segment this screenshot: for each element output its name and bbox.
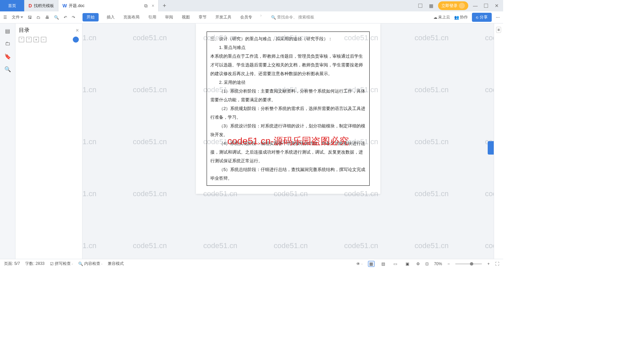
close-button[interactable]: ✕ [493, 2, 500, 9]
watermark: code51.cn [133, 137, 167, 146]
status-compat: 兼容模式 [108, 261, 124, 267]
rail-bookmark-icon[interactable]: 🔖 [4, 53, 11, 60]
outline-close-icon[interactable]: × [76, 27, 79, 34]
watermark: code51.cn [415, 189, 449, 198]
watermark: code51.cn [415, 86, 449, 94]
document-canvas[interactable]: 三、设计（研究）的重点与难点，拟采用的途径（研究手段）： 1. 重点与难点 本系… [83, 23, 494, 259]
tab-document[interactable]: W 开题.doc ⧉ × [58, 0, 159, 11]
viewmode-page[interactable]: ▦ [368, 261, 375, 267]
menu-review[interactable]: 审阅 [164, 13, 174, 21]
status-contentcheck[interactable]: 🔍 内容检查 · [78, 261, 102, 267]
zoom-value[interactable]: 70% [434, 262, 442, 266]
share-button[interactable]: ⎋ 分享 [472, 13, 492, 22]
tab-home[interactable]: 首页 [0, 0, 24, 11]
menu-dev[interactable]: 开发工具 [215, 13, 232, 21]
status-page[interactable]: 页面: 5/7 [4, 261, 20, 267]
word-icon: W [62, 3, 67, 8]
layout-icon[interactable] [417, 2, 424, 9]
toolbar-more-icon[interactable]: ⋯ [496, 15, 500, 20]
rail-outline-icon[interactable]: ▤ [4, 27, 11, 34]
outline-chat-icon[interactable] [73, 37, 79, 43]
watermark: code51.cn [203, 241, 237, 250]
watermark: code51.cn [415, 241, 449, 250]
save-icon[interactable]: 🖫 [28, 15, 32, 20]
watermark: code51.cn [133, 34, 167, 42]
doc-p7: （4）系统实现阶段：编程实现各个功能模块的功能，对各个功能模块进行连接，测试和调… [210, 139, 366, 165]
login-label: 立即登录 [441, 3, 458, 9]
avatar-icon [459, 3, 465, 9]
viewmode-outline[interactable]: ▤ [380, 261, 387, 267]
watermark: code51.cn [485, 241, 494, 250]
menu-member[interactable]: 会员专 [239, 13, 253, 21]
maximize-button[interactable] [482, 2, 490, 9]
watermark: code51.cn [274, 241, 308, 250]
side-handle[interactable] [488, 141, 494, 155]
cloud-status[interactable]: ☁ 未上云 [433, 14, 450, 20]
zoom-in-icon[interactable]: + [487, 262, 490, 266]
menu-reference[interactable]: 引用 [148, 13, 157, 21]
preview-icon[interactable]: 🔍 [54, 15, 59, 20]
status-spellcheck[interactable]: ☑ 拼写检查 · [50, 261, 73, 267]
status-words[interactable]: 字数: 2833 [25, 261, 44, 267]
watermark: code51.cn [83, 34, 97, 42]
doc-p2: 本系统的重点在于工作流，即教师上传题目，管理员负责审核，审核通过后学生才可以选题… [210, 52, 366, 78]
tab-close-icon[interactable]: × [152, 3, 154, 8]
menu-view[interactable]: 视图 [181, 13, 191, 21]
menu-insert[interactable]: 插入 [106, 13, 115, 21]
redo-icon[interactable]: ↷ [72, 15, 75, 20]
status-eye-icon[interactable]: 👁 · [356, 262, 363, 266]
watermark: code51.cn [485, 189, 494, 198]
outline-collapse-icon[interactable]: ˅ [19, 37, 24, 42]
tab-template-label: 找稻壳模板 [34, 3, 54, 9]
watermark: code51.cn [83, 86, 97, 94]
tab-window-icon[interactable]: ⧉ [142, 2, 150, 9]
doc-heading: 三、设计（研究）的重点与难点，拟采用的途径（研究手段）： [210, 35, 366, 43]
doc-p3: 2. 采用的途径 [210, 78, 366, 87]
viewmode-read[interactable]: ▭ [392, 261, 399, 267]
file-menu[interactable]: 文件 [12, 14, 23, 20]
watermark: code51.cn [133, 189, 167, 198]
fullscreen-icon[interactable]: ⛶ [495, 262, 499, 266]
outline-add-icon[interactable]: + [34, 37, 39, 42]
watermark: code51.cn [83, 241, 97, 250]
watermark: code51.cn [415, 34, 449, 42]
tab-home-label: 首页 [8, 3, 16, 9]
outline-expand-icon[interactable]: ˄ [26, 37, 32, 42]
tab-doc-label: 开题.doc [69, 3, 85, 9]
menu-start[interactable]: 开始 [83, 13, 99, 21]
rail-search-icon[interactable]: 🔍 [4, 66, 11, 72]
rail-folder-icon[interactable]: 🗀 [4, 40, 11, 47]
viewmode-web[interactable]: ▣ [404, 261, 411, 267]
zoom-out-icon[interactable]: − [447, 262, 450, 266]
grid-icon[interactable]: ▦ [427, 2, 435, 9]
watermark: code51.cn [133, 241, 167, 250]
document-content[interactable]: 三、设计（研究）的重点与难点，拟采用的途径（研究手段）： 1. 重点与难点 本系… [207, 32, 370, 186]
menu-layout[interactable]: 页面布局 [123, 13, 140, 21]
minimize-button[interactable]: — [472, 2, 479, 9]
menu-button[interactable]: ☰ [3, 15, 7, 20]
search-box[interactable]: 🔍 查找命令、 搜索模板 [271, 14, 314, 20]
doc-p4: （1）系统分析阶段：主要查阅文献资料，分析整个系统如何运行工作，具体需要什么功能… [210, 87, 366, 104]
undo-icon[interactable]: ↶ [64, 15, 67, 20]
collab-button[interactable]: 👥 协作 [454, 14, 468, 20]
login-button[interactable]: 立即登录 [438, 1, 468, 10]
zoom-slider[interactable] [455, 263, 482, 265]
menu-chapter[interactable]: 章节 [198, 13, 207, 21]
saveas-icon[interactable]: 🗀 [37, 15, 41, 20]
status-settings-icon[interactable]: ⚙ [416, 262, 420, 266]
outline-remove-icon[interactable]: − [41, 37, 46, 42]
doc-p1: 1. 重点与难点 [210, 43, 366, 52]
daoake-icon: D [29, 3, 32, 8]
zoom-fit-icon[interactable]: ⊡ [425, 262, 429, 266]
watermark: code51.cn [344, 241, 378, 250]
search-cmd: 查找命令、 [277, 14, 297, 20]
watermark: code51.cn [83, 137, 97, 146]
menu-more-icon[interactable]: › [260, 13, 262, 21]
tab-add-button[interactable]: + [159, 0, 170, 11]
search-tpl: 搜索模板 [298, 14, 314, 20]
rightrail-toggle-icon[interactable]: ≡ [496, 27, 501, 33]
chevron-down-icon [20, 16, 23, 18]
watermark: code51.cn [83, 189, 97, 198]
tab-template[interactable]: D找稻壳模板 [24, 0, 58, 11]
print-icon[interactable]: 🖶 [45, 15, 49, 20]
